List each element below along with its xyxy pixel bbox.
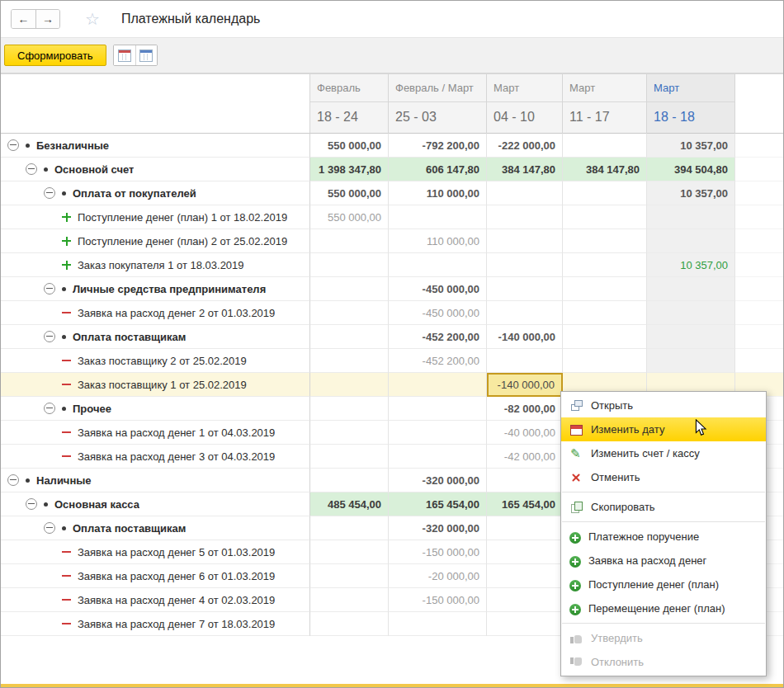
menu-item[interactable]: Изменить счет / кассу (561, 441, 766, 465)
value-cell[interactable]: -140 000,00 (487, 373, 563, 397)
value-cell[interactable] (487, 588, 563, 612)
value-cell[interactable] (563, 277, 647, 301)
row-label-cell[interactable]: Прочее (1, 397, 310, 421)
value-cell[interactable]: -150 000,00 (389, 588, 487, 612)
value-cell[interactable]: -450 000,00 (389, 277, 487, 301)
table-row[interactable]: Заказ покупателя 1 от 18.03.201910 357,0… (1, 253, 783, 277)
row-label-cell[interactable]: Заявка на расход денег 6 от 01.03.2019 (1, 564, 310, 588)
value-cell[interactable] (310, 421, 389, 445)
value-cell[interactable] (389, 612, 487, 636)
value-cell[interactable] (563, 325, 647, 349)
table-row[interactable]: Поступление денег (план) 2 от 25.02.2019… (1, 229, 783, 253)
value-cell[interactable] (487, 564, 563, 588)
row-label-cell[interactable]: Заявка на расход денег 1 от 04.03.2019 (1, 421, 310, 445)
column-header-2[interactable]: Март04 - 10 (487, 74, 563, 134)
value-cell[interactable]: 10 357,00 (647, 181, 735, 205)
value-cell[interactable] (310, 469, 389, 492)
back-button[interactable]: ← (12, 10, 35, 28)
row-label-cell[interactable]: Заявка на расход денег 5 от 01.03.2019 (1, 540, 310, 564)
value-cell[interactable] (487, 612, 563, 636)
column-header-4[interactable]: Март18 - 18 (647, 74, 735, 134)
tree-expand-icon[interactable] (44, 522, 55, 534)
row-label-cell[interactable]: Поступление денег (план) 2 от 25.02.2019 (1, 229, 310, 253)
value-cell[interactable]: -40 000,00 (487, 421, 563, 445)
value-cell[interactable]: -452 200,00 (389, 325, 487, 349)
table-row[interactable]: Оплата от покупателей550 000,00110 000,0… (1, 181, 783, 205)
tree-expand-icon[interactable] (44, 403, 55, 414)
value-cell[interactable]: 384 147,80 (487, 158, 563, 181)
favorite-star-icon[interactable]: ☆ (85, 11, 100, 27)
value-cell[interactable]: -222 000,00 (487, 134, 563, 158)
value-cell[interactable]: 550 000,00 (310, 181, 389, 205)
value-cell[interactable] (310, 277, 389, 301)
tree-expand-icon[interactable] (26, 498, 37, 510)
value-cell[interactable] (647, 301, 735, 325)
value-cell[interactable] (389, 253, 487, 277)
value-cell[interactable] (310, 540, 389, 564)
row-label-cell[interactable]: Заявка на расход денег 4 от 02.03.2019 (1, 588, 310, 612)
table-row[interactable]: Оплата поставщикам-452 200,00-140 000,00 (1, 325, 783, 349)
value-cell[interactable] (487, 301, 563, 325)
row-label-cell[interactable]: Оплата поставщикам (1, 516, 310, 540)
tree-expand-icon[interactable] (26, 163, 37, 175)
value-cell[interactable] (310, 445, 389, 469)
value-cell[interactable] (487, 253, 563, 277)
value-cell[interactable] (310, 301, 389, 325)
table-row[interactable]: Основной счет1 398 347,80606 147,80384 1… (1, 158, 783, 181)
column-header-3[interactable]: Март11 - 17 (563, 74, 647, 134)
menu-item[interactable]: Перемещение денег (план) (561, 596, 766, 620)
value-cell[interactable] (389, 205, 487, 229)
menu-item[interactable]: Поступление денег (план) (561, 573, 766, 596)
value-cell[interactable]: 384 147,80 (563, 158, 647, 181)
value-cell[interactable] (310, 373, 389, 397)
value-cell[interactable] (647, 277, 735, 301)
value-cell[interactable] (310, 397, 389, 421)
value-cell[interactable] (389, 445, 487, 469)
menu-item[interactable]: Изменить дату (561, 417, 766, 441)
value-cell[interactable] (389, 421, 487, 445)
row-label-cell[interactable]: Основной счет (1, 158, 310, 181)
value-cell[interactable] (563, 229, 647, 253)
value-cell[interactable]: 550 000,00 (310, 134, 389, 158)
report-icon-button-1[interactable] (114, 45, 135, 65)
row-label-cell[interactable]: Оплата поставщикам (1, 325, 310, 349)
tree-expand-icon[interactable] (44, 283, 55, 295)
value-cell[interactable] (487, 277, 563, 301)
value-cell[interactable] (310, 229, 389, 253)
menu-item[interactable]: Скопировать (561, 495, 766, 519)
value-cell[interactable]: -792 200,00 (389, 134, 487, 158)
tree-expand-icon[interactable] (44, 331, 55, 342)
row-label-cell[interactable]: Личные средства предпринимателя (1, 277, 310, 301)
value-cell[interactable]: 165 454,00 (487, 492, 563, 516)
value-cell[interactable] (487, 540, 563, 564)
value-cell[interactable]: 550 000,00 (310, 205, 389, 229)
value-cell[interactable]: -82 000,00 (487, 397, 563, 421)
value-cell[interactable] (563, 205, 647, 229)
row-label-cell[interactable]: Заказ поставщику 2 от 25.02.2019 (1, 349, 310, 373)
table-row[interactable]: Заявка на расход денег 2 от 01.03.2019-4… (1, 301, 783, 325)
table-row[interactable]: Личные средства предпринимателя-450 000,… (1, 277, 783, 301)
value-cell[interactable] (563, 349, 647, 373)
value-cell[interactable] (487, 349, 563, 373)
value-cell[interactable] (487, 205, 563, 229)
tree-expand-icon[interactable] (44, 187, 55, 199)
row-label-cell[interactable]: Наличные (1, 469, 310, 492)
value-cell[interactable] (310, 564, 389, 588)
value-cell[interactable] (563, 253, 647, 277)
value-cell[interactable] (647, 349, 735, 373)
value-cell[interactable] (647, 229, 735, 253)
tree-expand-icon[interactable] (7, 139, 19, 151)
menu-item[interactable]: Заявка на расход денег (561, 549, 766, 573)
value-cell[interactable] (310, 325, 389, 349)
row-label-cell[interactable]: Заказ поставщику 1 от 25.02.2019 (1, 373, 310, 397)
value-cell[interactable]: 394 504,80 (647, 158, 735, 181)
value-cell[interactable] (647, 325, 735, 349)
value-cell[interactable]: 110 000,00 (389, 229, 487, 253)
value-cell[interactable] (487, 229, 563, 253)
value-cell[interactable]: 1 398 347,80 (310, 158, 389, 181)
menu-item[interactable]: Отменить (561, 465, 766, 489)
report-icon-button-2[interactable] (135, 45, 157, 65)
menu-item[interactable]: Открыть (561, 393, 766, 417)
row-label-cell[interactable]: Заказ покупателя 1 от 18.03.2019 (1, 253, 310, 277)
value-cell[interactable] (563, 134, 647, 158)
